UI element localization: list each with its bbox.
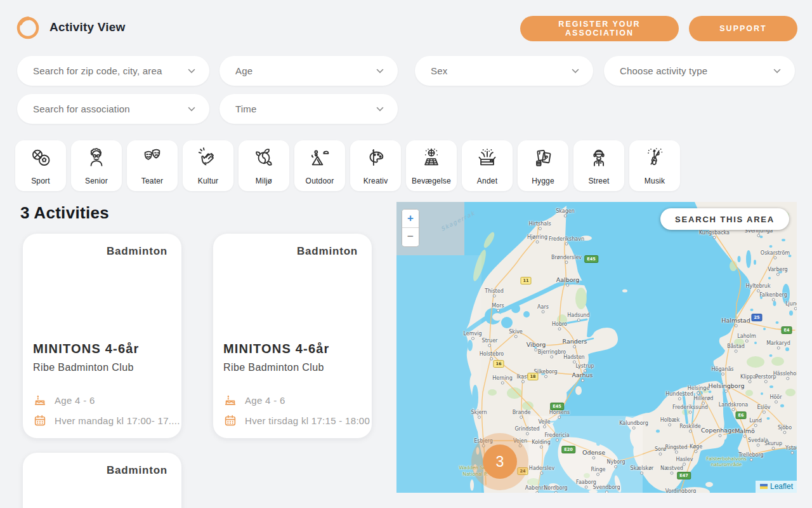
map-city-label: Kalundborg <box>619 420 648 426</box>
activity-age: Age 4 - 6 <box>55 395 95 406</box>
map-city-label: Hjørring <box>527 234 547 240</box>
map-city-label: Nordborg <box>544 485 567 491</box>
category-tile-sport[interactable]: Sport <box>15 140 66 191</box>
category-label: Andet <box>477 177 497 185</box>
filter-label: Choose activity type <box>620 65 707 76</box>
calendar-icon <box>33 413 47 427</box>
support-button[interactable]: SUPPORT <box>689 16 797 41</box>
category-tile-hygge[interactable]: Hygge <box>518 140 568 191</box>
filter-association[interactable]: Search for association <box>17 94 209 124</box>
map[interactable]: SkagerrakSkagenHirtshalsHjørringFrederik… <box>396 202 797 493</box>
map-city-label: Hyltebruk <box>745 283 770 289</box>
map-city-label: Aabenraa <box>525 485 550 491</box>
activity-card[interactable]: Badminton <box>23 453 181 508</box>
map-city-label: Næstved <box>660 465 683 471</box>
map-city-label: Hirtshals <box>528 221 551 227</box>
map-city-label: Höör <box>769 394 782 400</box>
map-city-label: Horsens <box>549 410 570 415</box>
category-tile-teater[interactable]: Teater <box>127 140 178 191</box>
activity-card[interactable]: Badminton MINITONS 4-6år Ribe Badminton … <box>23 234 181 438</box>
map-city-label: Landskrona <box>719 402 748 408</box>
disco-ball-icon <box>421 147 442 168</box>
road-badge: E45 <box>550 403 564 410</box>
map-city-label: Herning <box>492 375 513 381</box>
chevron-down-icon <box>773 69 781 74</box>
category-tile-bevaegelse[interactable]: Bevægelse <box>406 140 457 191</box>
category-tile-andet[interactable]: Andet <box>462 140 513 191</box>
map-city-label: Viborg <box>527 341 546 348</box>
map-city-label: Skælskør <box>631 465 654 471</box>
activity-age-row: Age 4 - 6 <box>33 393 95 407</box>
category-tile-kultur[interactable]: Kultur <box>183 140 233 191</box>
road-badge: E4 <box>782 326 792 334</box>
map-city-label: Sorø <box>655 446 666 452</box>
clapping-hands-icon <box>197 147 219 168</box>
filter-label: Age <box>235 65 252 76</box>
filter-time[interactable]: Time <box>219 94 398 124</box>
map-attribution: Leaflet <box>756 481 797 493</box>
map-city-label: Skive <box>509 329 523 335</box>
map-city-label: Aarhus <box>572 371 593 378</box>
category-tile-miljo[interactable]: Miljø <box>239 140 289 191</box>
birthday-cake-icon <box>33 393 47 407</box>
category-label: Bevægelse <box>412 177 451 185</box>
map-city-label: Nyborg <box>607 459 625 465</box>
chevron-down-icon <box>572 69 579 74</box>
leaflet-attribution-link[interactable]: Leaflet <box>770 482 793 491</box>
map-city-label: Ystad <box>785 445 797 451</box>
zoom-out-button[interactable]: − <box>402 228 419 246</box>
category-tile-kreativ[interactable]: Kreativ <box>350 140 401 191</box>
filter-activity-type[interactable]: Choose activity type <box>604 56 795 86</box>
activity-time-row: Hver tirsdag kl 17:15 - 18:00 <box>223 413 370 427</box>
map-city-label: Fredericia <box>544 432 569 438</box>
map-city-label: Eslöv <box>757 404 770 410</box>
surprise-box-icon <box>476 147 498 168</box>
map-city-label: Aars <box>537 304 549 310</box>
activity-type: Badminton <box>297 245 358 258</box>
register-association-button[interactable]: REGISTER YOUR ASSOCIATION <box>520 16 679 41</box>
chevron-down-icon <box>188 107 195 112</box>
map-city-label: Copenhagen <box>701 427 739 434</box>
category-tile-senior[interactable]: Senior <box>71 140 122 191</box>
category-label: Kreativ <box>363 177 388 185</box>
map-city-label: Oskarström <box>761 250 790 256</box>
results-count-heading: 3 Activities <box>20 203 109 223</box>
cluster-marker[interactable]: 3 <box>483 444 517 479</box>
map-city-label: Laholm <box>737 333 756 339</box>
map-city-label: Ringsted <box>665 444 687 450</box>
map-city-label: Helsinge <box>688 385 710 391</box>
map-city-label: Skagen <box>556 208 575 214</box>
map-city-label: Halmstad <box>721 317 750 324</box>
filter-sex[interactable]: Sex <box>415 56 593 86</box>
category-label: Senior <box>85 177 108 185</box>
category-tile-musik[interactable]: Musik <box>629 140 680 191</box>
map-city-label: Holbæk <box>660 417 680 423</box>
ukraine-flag-icon <box>760 484 768 489</box>
map-city-label: Svendborg <box>593 485 620 490</box>
map-city-label: Silkeborg <box>534 369 558 375</box>
map-city-label: Bjerringbro <box>538 349 566 355</box>
filter-zip-city-area[interactable]: Search for zip code, city, area <box>17 56 209 86</box>
activity-type: Badminton <box>107 245 167 258</box>
tent-icon <box>309 147 331 168</box>
category-label: Teater <box>141 177 164 185</box>
map-city-label: Grindsted <box>514 426 539 432</box>
category-label: Kultur <box>198 177 219 185</box>
violin-icon <box>644 147 665 168</box>
map-green-label: naturområde <box>711 462 742 467</box>
category-label: Musik <box>645 177 665 185</box>
senior-icon <box>86 147 107 168</box>
filter-age[interactable]: Age <box>219 56 398 86</box>
category-tile-street[interactable]: Street <box>573 140 624 191</box>
filter-label: Sex <box>431 65 447 76</box>
map-city-label: Markaryd <box>766 340 790 346</box>
chevron-down-icon <box>376 69 384 74</box>
map-city-label: Sjöbo <box>778 425 792 431</box>
page-title: Activity View <box>49 20 125 34</box>
map-city-label: Hillerød <box>694 396 714 401</box>
activity-card[interactable]: Badminton MINITONS 4-6år Ribe Badminton … <box>213 234 372 438</box>
search-this-area-button[interactable]: SEARCH THIS AREA <box>660 208 789 230</box>
category-tile-outdoor[interactable]: Outdoor <box>294 140 345 191</box>
zoom-in-button[interactable]: + <box>402 210 419 228</box>
filter-label: Search for association <box>33 104 130 114</box>
